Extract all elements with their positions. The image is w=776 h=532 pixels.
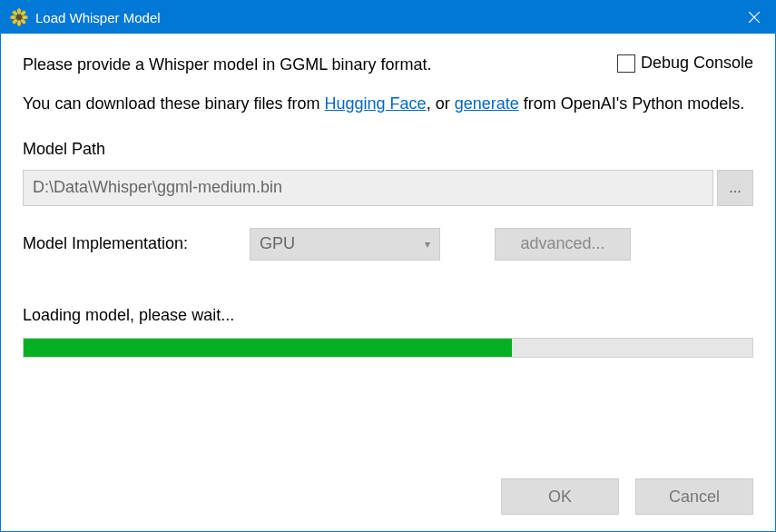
dialog-content: Please provide a Whisper model in GGML b… bbox=[1, 34, 775, 531]
close-button[interactable] bbox=[733, 1, 775, 34]
select-value: GPU bbox=[260, 234, 295, 253]
svg-point-0 bbox=[16, 15, 22, 20]
app-icon bbox=[10, 8, 28, 26]
svg-point-1 bbox=[17, 8, 21, 14]
svg-point-8 bbox=[20, 18, 26, 25]
titlebar: Load Whisper Model bbox=[1, 1, 775, 34]
generate-link[interactable]: generate bbox=[455, 94, 519, 113]
close-icon bbox=[749, 12, 760, 23]
svg-point-6 bbox=[20, 10, 26, 16]
ok-button[interactable]: OK bbox=[501, 478, 619, 515]
advanced-button[interactable]: advanced... bbox=[495, 228, 631, 261]
svg-point-3 bbox=[10, 15, 15, 19]
download-instructions: You can download these binary files from… bbox=[23, 92, 753, 116]
intro-text: Please provide a Whisper model in GGML b… bbox=[23, 55, 432, 75]
svg-point-7 bbox=[12, 18, 18, 25]
hugging-face-link[interactable]: Hugging Face bbox=[325, 94, 427, 113]
debug-console-label: Debug Console bbox=[641, 54, 753, 73]
browse-button[interactable]: ... bbox=[717, 170, 753, 206]
ellipsis-icon: ... bbox=[729, 180, 741, 196]
svg-point-5 bbox=[12, 10, 18, 16]
dialog-window: Load Whisper Model Please provide a Whis… bbox=[0, 0, 776, 532]
progress-bar bbox=[23, 338, 753, 358]
svg-point-2 bbox=[17, 20, 21, 25]
status-text: Loading model, please wait... bbox=[23, 306, 753, 325]
svg-point-4 bbox=[22, 15, 27, 19]
model-path-label: Model Path bbox=[23, 140, 753, 159]
progress-fill bbox=[24, 339, 512, 357]
model-path-input[interactable] bbox=[23, 170, 713, 206]
model-implementation-select[interactable]: GPU ▾ bbox=[250, 228, 440, 261]
checkbox-box[interactable] bbox=[617, 54, 635, 73]
window-title: Load Whisper Model bbox=[35, 10, 733, 25]
debug-console-checkbox[interactable]: Debug Console bbox=[617, 54, 753, 73]
chevron-down-icon: ▾ bbox=[425, 238, 430, 251]
cancel-button[interactable]: Cancel bbox=[635, 478, 753, 515]
model-implementation-label: Model Implementation: bbox=[23, 234, 231, 253]
